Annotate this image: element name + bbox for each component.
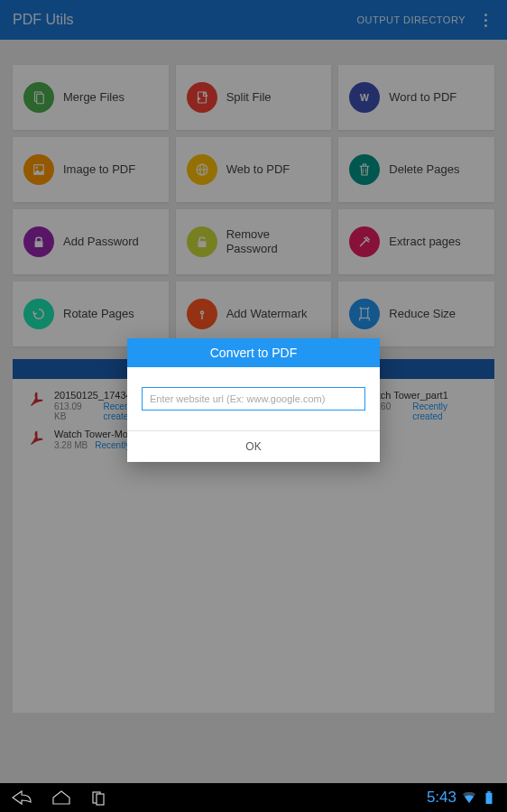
- svg-rect-17: [97, 794, 104, 805]
- battery-icon: [482, 791, 496, 804]
- android-nav-bar: 5:43: [0, 783, 507, 812]
- svg-rect-19: [486, 793, 493, 804]
- dialog-title: Convert to PDF: [127, 338, 380, 367]
- clock: 5:43: [427, 789, 456, 807]
- home-button[interactable]: [51, 789, 72, 806]
- recent-apps-button[interactable]: [90, 789, 112, 806]
- url-input[interactable]: [142, 387, 365, 411]
- modal-overlay[interactable]: Convert to PDF OK: [0, 0, 507, 783]
- svg-rect-18: [487, 791, 491, 793]
- ok-button[interactable]: OK: [127, 430, 380, 462]
- wifi-icon: [462, 791, 476, 804]
- convert-to-pdf-dialog: Convert to PDF OK: [127, 338, 380, 462]
- back-button[interactable]: [11, 789, 32, 806]
